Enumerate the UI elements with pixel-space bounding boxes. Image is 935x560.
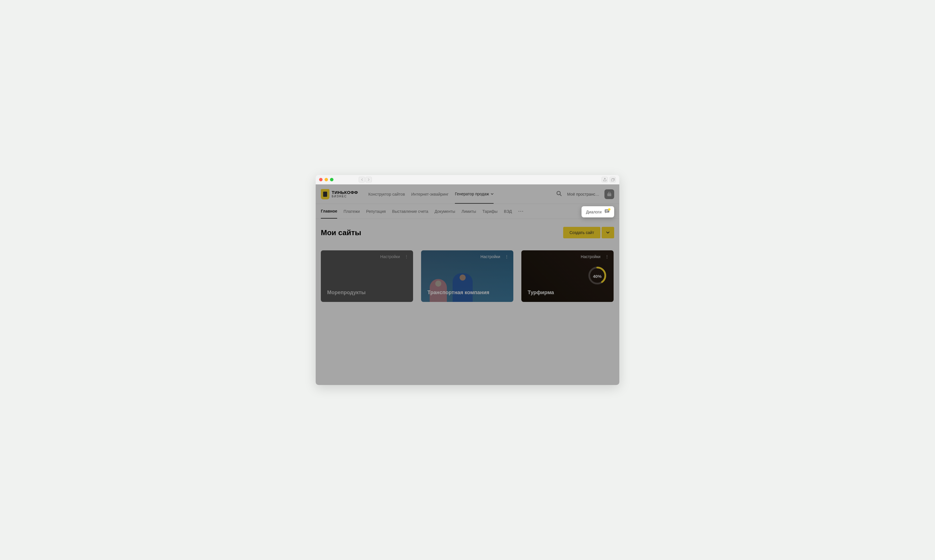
card-image-figure xyxy=(453,273,473,302)
create-site-button[interactable]: Создать сайт xyxy=(563,227,600,238)
subnav-item-documents[interactable]: Документы xyxy=(435,205,455,218)
subnav-item-ved[interactable]: ВЭД xyxy=(504,205,512,218)
chat-icon xyxy=(604,209,610,215)
svg-rect-5 xyxy=(606,211,607,212)
logo-sub-text: БИЗНЕС xyxy=(332,195,358,198)
minimize-window-icon[interactable] xyxy=(324,178,328,181)
svg-rect-0 xyxy=(611,179,614,181)
topnav-label: Генератор продаж xyxy=(455,192,489,196)
dialogs-label: Диалоги xyxy=(586,210,601,214)
subnav-item-limits[interactable]: Лимиты xyxy=(461,205,476,218)
page-title: Мои сайты xyxy=(321,228,361,237)
topnav-item-generator[interactable]: Генератор продаж xyxy=(455,185,494,204)
topnav-item-constructor[interactable]: Конструктор сайтов xyxy=(368,185,405,204)
top-nav: ТИНЬКОФФ БИЗНЕС Конструктор сайтов Интер… xyxy=(316,185,619,204)
card-settings-link[interactable]: Настройки xyxy=(380,254,400,259)
svg-rect-2 xyxy=(607,193,611,196)
site-cards: Настройки ⋮ Морепродукты Настройки ⋮ Тра… xyxy=(316,238,619,314)
svg-rect-4 xyxy=(606,210,609,211)
maximize-window-icon[interactable] xyxy=(330,178,334,181)
avatar[interactable] xyxy=(604,189,614,199)
tabs-icon[interactable] xyxy=(610,177,616,183)
site-card[interactable]: Настройки ⋮ Морепродукты xyxy=(321,250,413,302)
sub-nav: Главное Платежи Репутация Выставление сч… xyxy=(316,204,619,219)
card-settings-link[interactable]: Настройки xyxy=(581,254,600,259)
close-window-icon[interactable] xyxy=(319,178,323,181)
logo-main-text: ТИНЬКОФФ xyxy=(332,190,358,194)
window-titlebar xyxy=(316,175,619,185)
logo[interactable]: ТИНЬКОФФ БИЗНЕС xyxy=(321,189,358,199)
topnav-item-acquiring[interactable]: Интернет-эквайринг xyxy=(411,185,449,204)
forward-button[interactable] xyxy=(366,177,372,183)
back-button[interactable] xyxy=(359,177,365,183)
card-more-icon[interactable]: ⋮ xyxy=(404,254,409,259)
subnav-item-invoicing[interactable]: Выставление счета xyxy=(392,205,428,218)
topnav-label: Конструктор сайтов xyxy=(368,192,405,197)
subnav-more-icon[interactable]: ··· xyxy=(518,209,524,214)
card-title: Турфирма xyxy=(527,289,554,295)
progress-ring: 40% xyxy=(588,266,607,286)
page-header: Мои сайты Создать сайт xyxy=(316,219,619,238)
workspace-label[interactable]: Моё пространс… xyxy=(567,192,599,197)
card-more-icon[interactable]: ⋮ xyxy=(505,254,509,259)
subnav-item-payments[interactable]: Платежи xyxy=(343,205,360,218)
share-icon[interactable] xyxy=(601,177,608,183)
progress-value: 40% xyxy=(588,266,607,286)
subnav-item-reputation[interactable]: Репутация xyxy=(366,205,386,218)
browser-nav-buttons xyxy=(359,177,372,183)
chevron-down-icon xyxy=(606,231,610,234)
subnav-item-main[interactable]: Главное xyxy=(321,204,337,218)
card-more-icon[interactable]: ⋮ xyxy=(605,254,609,259)
browser-window: ТИНЬКОФФ БИЗНЕС Конструктор сайтов Интер… xyxy=(316,175,619,385)
page-content: ТИНЬКОФФ БИЗНЕС Конструктор сайтов Интер… xyxy=(316,185,619,385)
svg-point-1 xyxy=(557,191,560,195)
traffic-lights xyxy=(319,178,334,181)
card-title: Морепродукты xyxy=(327,289,366,295)
search-icon[interactable] xyxy=(556,191,562,198)
create-site-group: Создать сайт xyxy=(563,227,614,238)
chevron-down-icon xyxy=(491,193,494,195)
subnav-item-tariffs[interactable]: Тарифы xyxy=(482,205,498,218)
site-card[interactable]: Настройки ⋮ Турфирма 40% xyxy=(521,250,614,302)
logo-shield-icon xyxy=(321,189,329,199)
topnav-label: Интернет-эквайринг xyxy=(411,192,449,197)
card-title: Транспортная компания xyxy=(428,289,489,295)
site-card[interactable]: Настройки ⋮ Транспортная компания xyxy=(421,250,513,302)
card-settings-link[interactable]: Настройки xyxy=(480,254,500,259)
create-site-dropdown[interactable] xyxy=(601,227,614,238)
notification-badge-icon xyxy=(608,208,611,211)
dialogs-button[interactable]: Диалоги xyxy=(581,206,614,217)
